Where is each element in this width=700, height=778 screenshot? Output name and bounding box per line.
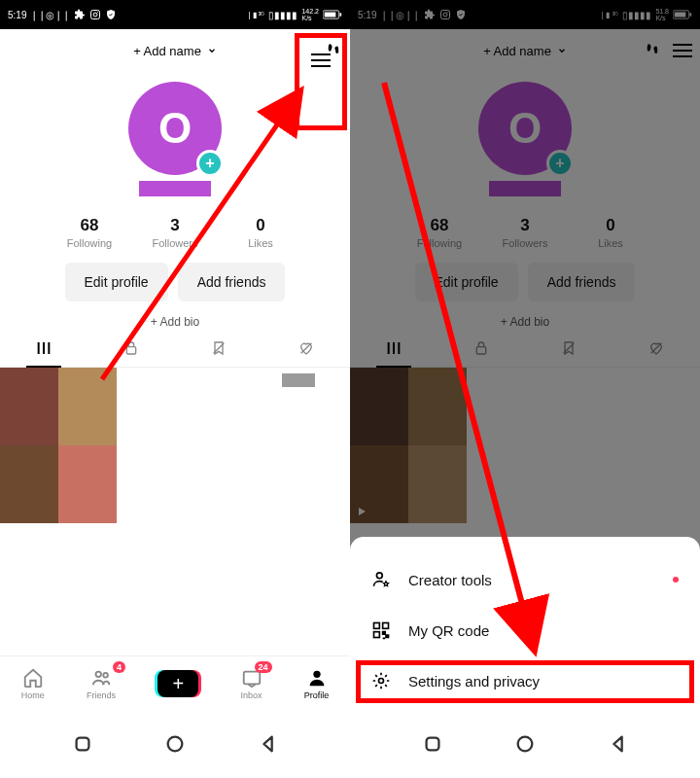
sheet-settings-label: Settings and privacy — [408, 673, 540, 690]
svg-rect-27 — [426, 738, 438, 751]
edit-profile-button[interactable]: Edit profile — [65, 263, 168, 301]
signal-text: ❘▮ ³ᴳ — [246, 11, 265, 19]
video-thumb[interactable] — [0, 368, 117, 523]
followers-label: Followers — [132, 237, 218, 249]
sys-recent-button[interactable] — [422, 733, 443, 755]
avatar[interactable]: O + — [128, 82, 222, 175]
svg-rect-21 — [383, 623, 389, 629]
sys-back-button[interactable] — [608, 733, 629, 755]
following-count: 68 — [47, 216, 132, 235]
plus-icon: + — [172, 674, 184, 693]
svg-rect-4 — [325, 13, 336, 18]
svg-rect-22 — [374, 632, 380, 638]
stats-row: 68 Following 3 Followers 0 Likes — [0, 210, 350, 259]
stat-likes[interactable]: 0 Likes — [218, 216, 303, 249]
followers-count: 3 — [132, 216, 218, 235]
add-bio-button[interactable]: + Add bio — [151, 315, 199, 329]
nav-friends[interactable]: 4 Friends — [87, 667, 116, 700]
status-right: ❘▮ ³ᴳ ▯▮▮▮▮ 142.2K/s — [246, 8, 342, 21]
sys-recent-button[interactable] — [72, 733, 93, 755]
screen-right: 5:19 ❘❘◎❘❘ ❘▮ ³ᴳ ▯▮▮▮▮ 51.8K/s + Add nam… — [350, 0, 700, 710]
action-row: Edit profile Add friends — [0, 263, 350, 301]
tab-liked[interactable] — [262, 329, 350, 367]
tab-bookmarks[interactable] — [175, 329, 262, 367]
friends-badge: 4 — [113, 661, 125, 673]
avatar-letter: O — [158, 104, 192, 153]
likes-count: 0 — [218, 216, 303, 235]
sys-home-button[interactable] — [164, 733, 186, 755]
svg-rect-0 — [91, 11, 100, 19]
home-icon — [22, 667, 44, 689]
svg-point-7 — [95, 671, 101, 677]
gear-icon — [371, 671, 391, 690]
profile-icon — [306, 667, 328, 689]
profile-tabs — [0, 329, 350, 368]
tab-private[interactable] — [88, 329, 175, 367]
nav-inbox-label: Inbox — [241, 690, 262, 700]
status-time: 5:19 — [8, 10, 26, 20]
signal-bars-icon: ▯▮▮▮▮ — [268, 10, 298, 20]
qr-icon — [371, 620, 391, 640]
net-rate: 142.2K/s — [301, 8, 319, 21]
bottom-nav: Home 4 Friends + 24 Inbox Profile — [0, 655, 350, 710]
status-bar: 5:19 ❘❘◎❘❘ ❘▮ ³ᴳ ▯▮▮▮▮ 142.2K/s — [0, 0, 350, 29]
svg-point-8 — [103, 672, 108, 677]
sheet-creator-label: Creator tools — [408, 572, 492, 588]
sys-home-button[interactable] — [514, 733, 536, 755]
friends-icon — [90, 667, 112, 689]
likes-label: Likes — [218, 237, 303, 249]
svg-point-19 — [376, 573, 382, 579]
svg-rect-5 — [340, 13, 342, 16]
username-redacted — [139, 181, 211, 196]
inbox-badge: 24 — [255, 661, 272, 673]
following-label: Following — [47, 237, 132, 249]
video-grid — [0, 368, 350, 523]
add-name-label: + Add name — [133, 44, 201, 58]
vibrate-icon: ❘❘◎❘❘ — [30, 10, 70, 20]
nav-friends-label: Friends — [87, 690, 116, 700]
bookmark-icon — [211, 340, 227, 356]
nav-home-label: Home — [21, 690, 45, 700]
svg-point-10 — [313, 670, 320, 677]
stat-followers[interactable]: 3 Followers — [132, 216, 218, 249]
tab-grid[interactable] — [0, 329, 88, 367]
sheet-qr-label: My QR code — [408, 622, 489, 639]
hamburger-highlight — [295, 33, 347, 130]
stat-following[interactable]: 68 Following — [47, 216, 132, 249]
person-star-icon — [371, 570, 391, 589]
svg-rect-20 — [374, 623, 380, 629]
nav-home[interactable]: Home — [21, 667, 45, 700]
nav-inbox[interactable]: 24 Inbox — [241, 667, 262, 700]
shield-icon — [105, 9, 117, 20]
svg-point-2 — [97, 12, 98, 13]
heart-off-icon — [298, 340, 314, 356]
battery-icon — [323, 10, 342, 19]
menu-button[interactable] — [311, 53, 331, 67]
lock-icon — [123, 340, 139, 356]
notification-dot — [673, 577, 679, 583]
sheet-creator-tools[interactable]: Creator tools — [350, 554, 700, 605]
chevron-down-icon — [207, 46, 217, 55]
add-friends-button[interactable]: Add friends — [178, 263, 286, 301]
screen-left: 5:19 ❘❘◎❘❘ ❘▮ ³ᴳ ▯▮▮▮▮ 142.2K/s + Add na… — [0, 0, 350, 710]
avatar-add-icon[interactable]: + — [196, 150, 224, 177]
system-nav — [0, 710, 700, 778]
nav-profile[interactable]: Profile — [304, 667, 330, 700]
svg-rect-25 — [76, 738, 88, 751]
sheet-settings[interactable]: Settings and privacy — [350, 655, 700, 706]
nav-profile-label: Profile — [304, 690, 330, 700]
sys-back-button[interactable] — [258, 733, 279, 755]
svg-rect-9 — [243, 671, 260, 684]
svg-point-26 — [168, 737, 183, 752]
sheet-qr-code[interactable]: My QR code — [350, 605, 700, 655]
instagram-icon — [89, 9, 101, 20]
svg-rect-6 — [126, 346, 135, 353]
add-name-button[interactable]: + Add name — [125, 40, 225, 62]
puzzle-icon — [74, 9, 86, 20]
draft-badge — [282, 373, 315, 387]
svg-point-1 — [93, 13, 97, 17]
status-left: 5:19 ❘❘◎❘❘ — [8, 9, 117, 20]
svg-point-23 — [379, 679, 384, 684]
grid-icon — [36, 340, 52, 356]
nav-create[interactable]: + — [158, 670, 198, 697]
